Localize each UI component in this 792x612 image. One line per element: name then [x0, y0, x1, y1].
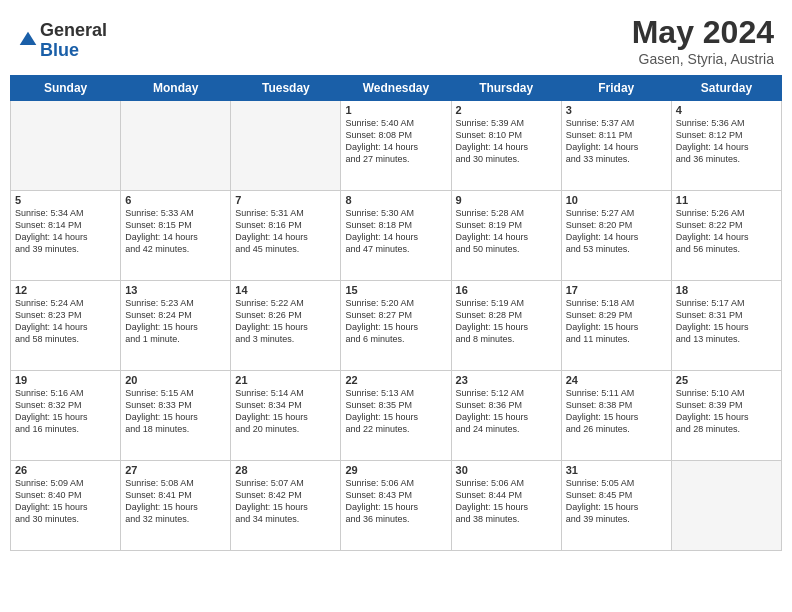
day-header-thursday: Thursday	[451, 76, 561, 101]
cell-info: Sunrise: 5:33 AM Sunset: 8:15 PM Dayligh…	[125, 207, 226, 256]
cell-info: Sunrise: 5:13 AM Sunset: 8:35 PM Dayligh…	[345, 387, 446, 436]
week-row-1: 1Sunrise: 5:40 AM Sunset: 8:08 PM Daylig…	[11, 101, 782, 191]
day-header-monday: Monday	[121, 76, 231, 101]
cal-cell: 15Sunrise: 5:20 AM Sunset: 8:27 PM Dayli…	[341, 281, 451, 371]
day-number: 2	[456, 104, 557, 116]
cell-info: Sunrise: 5:30 AM Sunset: 8:18 PM Dayligh…	[345, 207, 446, 256]
week-row-4: 19Sunrise: 5:16 AM Sunset: 8:32 PM Dayli…	[11, 371, 782, 461]
cal-cell	[121, 101, 231, 191]
day-number: 1	[345, 104, 446, 116]
day-header-friday: Friday	[561, 76, 671, 101]
day-number: 26	[15, 464, 116, 476]
cal-cell: 10Sunrise: 5:27 AM Sunset: 8:20 PM Dayli…	[561, 191, 671, 281]
svg-marker-0	[20, 31, 37, 44]
day-header-sunday: Sunday	[11, 76, 121, 101]
day-number: 19	[15, 374, 116, 386]
day-number: 9	[456, 194, 557, 206]
cal-cell: 7Sunrise: 5:31 AM Sunset: 8:16 PM Daylig…	[231, 191, 341, 281]
cell-info: Sunrise: 5:12 AM Sunset: 8:36 PM Dayligh…	[456, 387, 557, 436]
cal-cell: 4Sunrise: 5:36 AM Sunset: 8:12 PM Daylig…	[671, 101, 781, 191]
cell-info: Sunrise: 5:14 AM Sunset: 8:34 PM Dayligh…	[235, 387, 336, 436]
day-number: 6	[125, 194, 226, 206]
cal-cell: 14Sunrise: 5:22 AM Sunset: 8:26 PM Dayli…	[231, 281, 341, 371]
header-row: SundayMondayTuesdayWednesdayThursdayFrid…	[11, 76, 782, 101]
day-number: 21	[235, 374, 336, 386]
cal-cell: 9Sunrise: 5:28 AM Sunset: 8:19 PM Daylig…	[451, 191, 561, 281]
cal-cell: 16Sunrise: 5:19 AM Sunset: 8:28 PM Dayli…	[451, 281, 561, 371]
page: General Blue May 2024 Gasen, Styria, Aus…	[0, 0, 792, 612]
day-number: 24	[566, 374, 667, 386]
day-number: 15	[345, 284, 446, 296]
day-number: 16	[456, 284, 557, 296]
day-number: 8	[345, 194, 446, 206]
day-header-wednesday: Wednesday	[341, 76, 451, 101]
day-number: 17	[566, 284, 667, 296]
cell-info: Sunrise: 5:09 AM Sunset: 8:40 PM Dayligh…	[15, 477, 116, 526]
day-number: 18	[676, 284, 777, 296]
cal-cell: 31Sunrise: 5:05 AM Sunset: 8:45 PM Dayli…	[561, 461, 671, 551]
cell-info: Sunrise: 5:15 AM Sunset: 8:33 PM Dayligh…	[125, 387, 226, 436]
cell-info: Sunrise: 5:11 AM Sunset: 8:38 PM Dayligh…	[566, 387, 667, 436]
cell-info: Sunrise: 5:26 AM Sunset: 8:22 PM Dayligh…	[676, 207, 777, 256]
cell-info: Sunrise: 5:19 AM Sunset: 8:28 PM Dayligh…	[456, 297, 557, 346]
logo-general-text: General	[40, 21, 107, 41]
cell-info: Sunrise: 5:20 AM Sunset: 8:27 PM Dayligh…	[345, 297, 446, 346]
cal-cell: 30Sunrise: 5:06 AM Sunset: 8:44 PM Dayli…	[451, 461, 561, 551]
cal-cell: 12Sunrise: 5:24 AM Sunset: 8:23 PM Dayli…	[11, 281, 121, 371]
logo-icon	[18, 30, 38, 50]
cell-info: Sunrise: 5:39 AM Sunset: 8:10 PM Dayligh…	[456, 117, 557, 166]
cell-info: Sunrise: 5:31 AM Sunset: 8:16 PM Dayligh…	[235, 207, 336, 256]
cal-cell: 20Sunrise: 5:15 AM Sunset: 8:33 PM Dayli…	[121, 371, 231, 461]
day-number: 28	[235, 464, 336, 476]
cell-info: Sunrise: 5:05 AM Sunset: 8:45 PM Dayligh…	[566, 477, 667, 526]
logo: General Blue	[18, 21, 107, 61]
day-number: 22	[345, 374, 446, 386]
cell-info: Sunrise: 5:34 AM Sunset: 8:14 PM Dayligh…	[15, 207, 116, 256]
day-number: 7	[235, 194, 336, 206]
day-number: 10	[566, 194, 667, 206]
cell-info: Sunrise: 5:40 AM Sunset: 8:08 PM Dayligh…	[345, 117, 446, 166]
cal-cell	[671, 461, 781, 551]
day-number: 11	[676, 194, 777, 206]
cal-cell: 18Sunrise: 5:17 AM Sunset: 8:31 PM Dayli…	[671, 281, 781, 371]
cell-info: Sunrise: 5:16 AM Sunset: 8:32 PM Dayligh…	[15, 387, 116, 436]
cal-cell: 25Sunrise: 5:10 AM Sunset: 8:39 PM Dayli…	[671, 371, 781, 461]
cal-cell: 24Sunrise: 5:11 AM Sunset: 8:38 PM Dayli…	[561, 371, 671, 461]
cal-cell: 11Sunrise: 5:26 AM Sunset: 8:22 PM Dayli…	[671, 191, 781, 281]
cal-cell: 22Sunrise: 5:13 AM Sunset: 8:35 PM Dayli…	[341, 371, 451, 461]
day-number: 25	[676, 374, 777, 386]
cal-cell: 21Sunrise: 5:14 AM Sunset: 8:34 PM Dayli…	[231, 371, 341, 461]
cal-cell: 23Sunrise: 5:12 AM Sunset: 8:36 PM Dayli…	[451, 371, 561, 461]
cell-info: Sunrise: 5:06 AM Sunset: 8:44 PM Dayligh…	[456, 477, 557, 526]
cell-info: Sunrise: 5:10 AM Sunset: 8:39 PM Dayligh…	[676, 387, 777, 436]
day-header-saturday: Saturday	[671, 76, 781, 101]
day-number: 29	[345, 464, 446, 476]
cal-cell: 8Sunrise: 5:30 AM Sunset: 8:18 PM Daylig…	[341, 191, 451, 281]
cell-info: Sunrise: 5:06 AM Sunset: 8:43 PM Dayligh…	[345, 477, 446, 526]
cell-info: Sunrise: 5:37 AM Sunset: 8:11 PM Dayligh…	[566, 117, 667, 166]
day-number: 12	[15, 284, 116, 296]
day-number: 14	[235, 284, 336, 296]
cell-info: Sunrise: 5:17 AM Sunset: 8:31 PM Dayligh…	[676, 297, 777, 346]
day-number: 5	[15, 194, 116, 206]
day-number: 27	[125, 464, 226, 476]
calendar-title: May 2024	[632, 14, 774, 51]
cal-cell: 1Sunrise: 5:40 AM Sunset: 8:08 PM Daylig…	[341, 101, 451, 191]
title-block: May 2024 Gasen, Styria, Austria	[632, 14, 774, 67]
cell-info: Sunrise: 5:23 AM Sunset: 8:24 PM Dayligh…	[125, 297, 226, 346]
cal-cell: 13Sunrise: 5:23 AM Sunset: 8:24 PM Dayli…	[121, 281, 231, 371]
day-number: 3	[566, 104, 667, 116]
cal-cell: 27Sunrise: 5:08 AM Sunset: 8:41 PM Dayli…	[121, 461, 231, 551]
cal-cell: 6Sunrise: 5:33 AM Sunset: 8:15 PM Daylig…	[121, 191, 231, 281]
cal-cell: 26Sunrise: 5:09 AM Sunset: 8:40 PM Dayli…	[11, 461, 121, 551]
cell-info: Sunrise: 5:36 AM Sunset: 8:12 PM Dayligh…	[676, 117, 777, 166]
calendar-subtitle: Gasen, Styria, Austria	[632, 51, 774, 67]
day-number: 20	[125, 374, 226, 386]
cell-info: Sunrise: 5:18 AM Sunset: 8:29 PM Dayligh…	[566, 297, 667, 346]
cell-info: Sunrise: 5:22 AM Sunset: 8:26 PM Dayligh…	[235, 297, 336, 346]
day-number: 23	[456, 374, 557, 386]
cal-cell: 5Sunrise: 5:34 AM Sunset: 8:14 PM Daylig…	[11, 191, 121, 281]
day-header-tuesday: Tuesday	[231, 76, 341, 101]
week-row-5: 26Sunrise: 5:09 AM Sunset: 8:40 PM Dayli…	[11, 461, 782, 551]
day-number: 13	[125, 284, 226, 296]
